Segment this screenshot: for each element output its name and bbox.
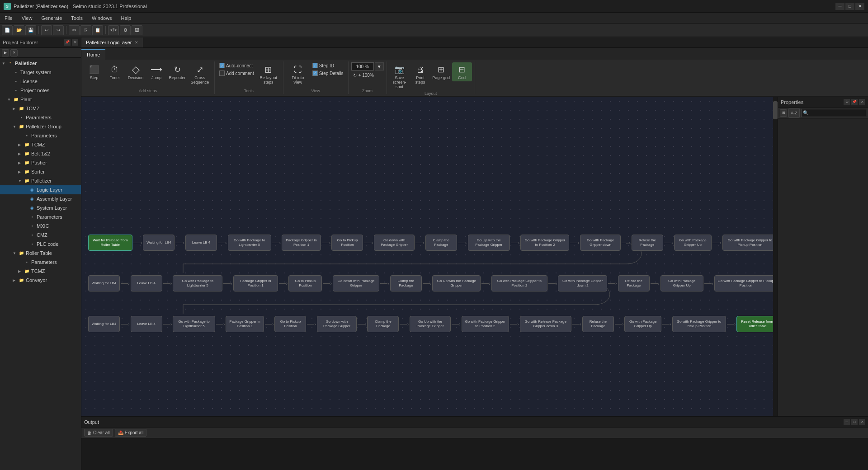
tree-collapse-button[interactable]: ✕: [10, 49, 18, 56]
wf-node-pickup-pos-2[interactable]: Go to Pickup Position: [288, 275, 322, 291]
tree-item-cmz[interactable]: ▪ CMZ: [0, 230, 81, 240]
toolbar-redo[interactable]: ↪: [53, 25, 64, 35]
wf-node-go-pkg-lb5-3[interactable]: Go with Package to Lightbarrier 5: [173, 316, 215, 332]
wf-node-pickup-pos-1[interactable]: Go to Pickup Position: [331, 235, 363, 251]
ribbon-btn-step[interactable]: ⬛ Step: [84, 62, 104, 81]
wf-node-pkg-gripper-pos1-1[interactable]: Package Gripper in Position 1: [282, 235, 321, 251]
auto-connect-toggle[interactable]: ✓ Auto-connect: [217, 62, 256, 69]
ribbon-btn-repeater[interactable]: ↻ Repeater: [167, 62, 187, 81]
wf-node-pkg-gripper-pos1-3[interactable]: Package Gripper in Position 1: [226, 316, 264, 332]
tree-item-palletizer-sub[interactable]: ▼ 📁 Palletizer: [0, 176, 81, 185]
menu-help[interactable]: Help: [117, 13, 136, 23]
ribbon-btn-save-screenshot[interactable]: 📷 Save screen-shot: [390, 62, 410, 90]
properties-sort-button[interactable]: A-Z: [788, 108, 800, 118]
tree-item-target-system[interactable]: ▪ Target system: [0, 68, 81, 77]
tree-item-project-notes[interactable]: ▪ Project notes: [0, 86, 81, 95]
toolbar-cut[interactable]: ✂: [69, 25, 80, 35]
wf-node-go-pkg-lb5-2[interactable]: Go with Package to Lightbarrier 5: [173, 275, 222, 291]
tree-item-palletizer-group[interactable]: ▼ 📁 Palletizer Group: [0, 122, 81, 131]
tree-item-logic-layer[interactable]: ◉ Logic Layer: [0, 185, 81, 194]
wf-node-release-2[interactable]: Relase the Package: [618, 275, 650, 291]
minimize-button[interactable]: ─: [835, 3, 844, 10]
toolbar-build[interactable]: ⚙: [120, 25, 131, 35]
wf-node-leave-lb4-3[interactable]: Leave LB 4: [131, 316, 162, 332]
tree-item-system-layer[interactable]: ◉ System Layer: [0, 203, 81, 212]
wf-node-gripper-up-3[interactable]: Go with Package Gripper Up: [624, 316, 661, 332]
toolbar-paste[interactable]: 📋: [92, 25, 103, 35]
step-details-toggle[interactable]: ✓ Step Details: [311, 70, 345, 76]
tree-item-sorter[interactable]: ▶ 📁 Sorter: [0, 167, 81, 176]
tree-item-parameters1[interactable]: ▪ Parameters: [0, 113, 81, 122]
tree-item-pusher[interactable]: ▶ 📁 Pusher: [0, 158, 81, 167]
toolbar-save[interactable]: 💾: [25, 25, 36, 35]
output-restore-button[interactable]: □: [851, 419, 858, 425]
panel-pin-button[interactable]: 📌: [64, 39, 71, 46]
wf-node-gripper-up-1[interactable]: Go with Package Gripper Up: [674, 235, 712, 251]
ribbon-btn-print-steps[interactable]: 🖨 Print steps: [410, 62, 430, 86]
toolbar-code[interactable]: </>: [108, 25, 119, 35]
clear-all-button[interactable]: 🗑 Clear all: [84, 429, 113, 437]
close-button[interactable]: ✕: [855, 3, 864, 10]
properties-pin-button[interactable]: 📌: [851, 99, 858, 105]
tree-item-plant[interactable]: ▼ 📁 Plant: [0, 95, 81, 104]
toolbar-copy[interactable]: ⎘: [80, 25, 91, 35]
tree-item-license[interactable]: ▪ License: [0, 77, 81, 86]
wf-node-clamp-2[interactable]: Clamp the Package: [390, 275, 422, 291]
wf-node-gripper-down-1[interactable]: Go with Package Gripper down: [580, 235, 621, 251]
panel-close-button[interactable]: ✕: [72, 39, 78, 46]
tree-item-belt[interactable]: ▶ 📁 Belt 1&2: [0, 149, 81, 158]
wf-node-reset-release[interactable]: Reset Release from Roller Table: [736, 316, 778, 332]
menu-generate[interactable]: Generate: [37, 13, 66, 23]
tree-item-assembly-layer[interactable]: ◉ Assembly Layer: [0, 194, 81, 203]
zoom-input[interactable]: [351, 62, 374, 70]
zoom-dropdown-button[interactable]: ▼: [375, 62, 384, 70]
tree-item-parameters3[interactable]: ▪ Parameters: [0, 212, 81, 221]
ribbon-btn-decision[interactable]: ◇ Decision: [126, 62, 146, 81]
menu-windows[interactable]: Windows: [87, 13, 117, 23]
canvas-scrollbar[interactable]: [773, 97, 778, 416]
wf-node-waiting-lb4-2[interactable]: Waiting for LB4: [88, 275, 120, 291]
wf-node-clamp-3[interactable]: Clamp the Package: [367, 316, 399, 332]
ribbon-btn-cross-sequence[interactable]: ⤢ Cross Sequence: [188, 62, 212, 86]
tab-logic-layer[interactable]: Palletizer.LogicLayer ✕: [81, 38, 143, 47]
canvas-scrollbar-thumb[interactable]: [773, 101, 778, 119]
wf-node-to-pickup-1[interactable]: Go with Package Gripper to Pickup Positi…: [722, 235, 778, 251]
wf-node-go-up-2[interactable]: Go Up with the Package Gripper: [432, 275, 481, 291]
wf-node-release-1[interactable]: Relase the Package: [632, 235, 663, 251]
wf-node-release-3[interactable]: Relase the Package: [582, 316, 614, 332]
menu-view[interactable]: View: [17, 13, 37, 23]
add-comment-toggle[interactable]: Add comment: [217, 70, 256, 76]
properties-settings-button[interactable]: ⚙: [844, 99, 850, 105]
wf-node-leave-lb4-2[interactable]: Leave LB 4: [131, 275, 162, 291]
tab-close-button[interactable]: ✕: [135, 40, 138, 45]
ribbon-btn-fit[interactable]: ⛶ Fit into View: [286, 62, 310, 86]
wf-node-go-pkg-lb5-1[interactable]: Go with Package to Lightbarrier 5: [228, 235, 271, 251]
canvas-area[interactable]: Wait for Release from Roller Table › Wai…: [81, 97, 778, 416]
output-minimize-button[interactable]: ─: [844, 419, 850, 425]
wf-node-wait-release[interactable]: Wait for Release from Roller Table: [88, 235, 132, 251]
toolbar-image[interactable]: 🖼: [132, 25, 142, 35]
wf-node-go-down-2[interactable]: Go down with Package Gripper: [333, 275, 379, 291]
tree-item-conveyor[interactable]: ▶ 📁 Conveyor: [0, 276, 81, 285]
menu-tools[interactable]: Tools: [66, 13, 87, 23]
zoom-100-button[interactable]: ↻ + 100%: [351, 72, 376, 79]
step-id-toggle[interactable]: ✓ Step ID: [311, 62, 345, 69]
wf-node-pickup-pos-3[interactable]: Go to Pickup Position: [274, 316, 306, 332]
wf-node-to-pickup-3[interactable]: Go with Package Gripper to Pickup Positi…: [672, 316, 726, 332]
menu-file[interactable]: File: [0, 13, 17, 23]
wf-node-go-down-3[interactable]: Go down with Package Gripper: [317, 316, 357, 332]
wf-node-gripper-up-2[interactable]: Go with Package Gripper Up: [660, 275, 704, 291]
tree-item-tcmz1[interactable]: ▶ 📁 TCMZ: [0, 104, 81, 113]
ribbon-tab-home[interactable]: Home: [81, 49, 105, 60]
tree-item-parameters2[interactable]: ▪ Parameters: [0, 131, 81, 140]
ribbon-btn-timer[interactable]: ⏱ Timer: [105, 62, 125, 81]
ribbon-btn-page-grid[interactable]: ⊞ Page grid: [431, 62, 451, 81]
tree-item-parameters4[interactable]: ▪ Parameters: [0, 258, 81, 267]
wf-node-go-down-1[interactable]: Go down with Package Gripper: [374, 235, 415, 251]
tree-expand-button[interactable]: ▶: [2, 49, 9, 56]
ribbon-btn-grid[interactable]: ⊟ Grid: [452, 62, 472, 81]
toolbar-undo[interactable]: ↩: [41, 25, 52, 35]
tree-item-plc-code[interactable]: ▪ PLC code: [0, 240, 81, 249]
tree-item-tcmz3[interactable]: ▶ 📁 TCMZ: [0, 267, 81, 276]
wf-node-pkg-gripper-pos1-2[interactable]: Package Gripper in Position 1: [233, 275, 278, 291]
